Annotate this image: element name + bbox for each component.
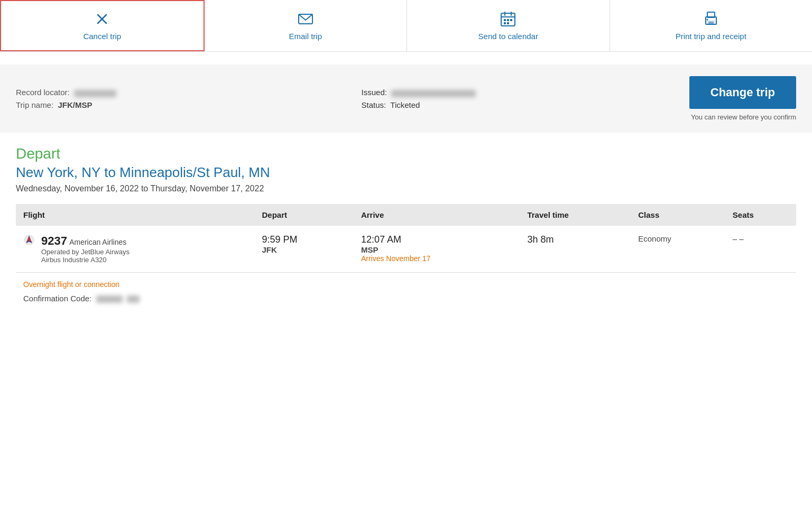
email-trip-label: Email trip xyxy=(289,32,322,41)
trip-name-row: Trip name: JFK/MSP xyxy=(16,100,116,109)
flight-table-body: 9237 American Airlines Operated by JetBl… xyxy=(16,226,796,273)
print-trip-button[interactable]: Print trip and receipt xyxy=(610,0,813,51)
trip-info-left: Record locator: Trip name: JFK/MSP xyxy=(16,88,116,109)
flight-table-header: Flight Depart Arrive Travel time Class S… xyxy=(16,204,796,226)
arrives-note: Arrives November 17 xyxy=(361,254,513,263)
class-value: Economy xyxy=(638,234,718,243)
col-depart: Depart xyxy=(254,204,353,226)
flight-operated: Operated by JetBlue Airways xyxy=(41,248,130,256)
depart-route: New York, NY to Minneapolis/St Paul, MN xyxy=(16,164,796,181)
flight-aircraft: Airbus Industrie A320 xyxy=(41,256,130,264)
depart-cell: 9:59 PM JFK xyxy=(254,226,353,273)
cancel-trip-button[interactable]: Cancel trip xyxy=(0,0,205,51)
depart-dates: Wednesday, November 16, 2022 to Thursday… xyxy=(16,184,796,193)
table-row: 9237 American Airlines Operated by JetBl… xyxy=(16,226,796,273)
arrive-cell: 12:07 AM MSP Arrives November 17 xyxy=(354,226,520,273)
trip-info-right: Change trip You can review before you co… xyxy=(689,76,796,121)
arrive-airport: MSP xyxy=(361,245,513,254)
flight-number: 9237 xyxy=(41,234,67,247)
overnight-note: Overnight flight or connection xyxy=(16,280,796,289)
class-cell: Economy xyxy=(631,226,725,273)
record-locator-label: Record locator: xyxy=(16,88,70,97)
confirmation-label: Confirmation Code: xyxy=(23,294,91,303)
flight-number-row: 9237 American Airlines xyxy=(41,234,130,248)
col-class: Class xyxy=(631,204,725,226)
arrive-time: 12:07 AM xyxy=(361,234,513,245)
flight-cell: 9237 American Airlines Operated by JetBl… xyxy=(16,226,254,273)
trip-info-middle: Issued: Status: Ticketed xyxy=(362,88,476,109)
email-trip-button[interactable]: Email trip xyxy=(205,0,408,51)
trip-name-value: JFK/MSP xyxy=(58,100,92,109)
confirmation-row: Confirmation Code: xyxy=(16,289,796,313)
action-bar: Cancel trip Email trip Send to calendar xyxy=(0,0,812,52)
svg-rect-9 xyxy=(510,19,512,21)
svg-point-15 xyxy=(706,19,708,21)
status-row: Status: Ticketed xyxy=(362,100,476,109)
calendar-icon xyxy=(500,11,516,27)
svg-rect-11 xyxy=(507,22,509,24)
depart-label: Depart xyxy=(16,145,796,162)
flight-info: 9237 American Airlines Operated by JetBl… xyxy=(41,234,130,264)
cancel-trip-label: Cancel trip xyxy=(83,32,121,41)
change-trip-button[interactable]: Change trip xyxy=(689,76,796,109)
issued-value xyxy=(391,90,476,97)
flight-table: Flight Depart Arrive Travel time Class S… xyxy=(16,204,796,273)
status-value: Ticketed xyxy=(390,100,420,109)
col-travel-time: Travel time xyxy=(520,204,631,226)
col-flight: Flight xyxy=(16,204,254,226)
record-locator-row: Record locator: xyxy=(16,88,116,97)
seats-cell: – – xyxy=(725,226,796,273)
flight-airline: American Airlines xyxy=(69,238,126,246)
depart-section: Depart New York, NY to Minneapolis/St Pa… xyxy=(0,133,812,313)
col-seats: Seats xyxy=(725,204,796,226)
email-icon xyxy=(297,11,314,27)
confirmation-value xyxy=(96,295,123,303)
travel-time-value: 3h 8m xyxy=(527,234,623,245)
issued-label: Issued: xyxy=(362,88,387,97)
trip-name-label: Trip name: xyxy=(16,100,53,109)
seats-value: – – xyxy=(733,234,789,243)
record-locator-value xyxy=(74,90,116,97)
change-trip-note: You can review before you confirm xyxy=(691,113,796,121)
depart-airport: JFK xyxy=(262,245,346,254)
aa-logo-icon xyxy=(23,234,35,246)
print-trip-label: Print trip and receipt xyxy=(676,32,746,41)
travel-time-cell: 3h 8m xyxy=(520,226,631,273)
svg-rect-8 xyxy=(507,19,509,21)
cancel-icon xyxy=(94,11,110,27)
svg-rect-7 xyxy=(504,19,506,21)
issued-row: Issued: xyxy=(362,88,476,97)
depart-time: 9:59 PM xyxy=(262,234,346,245)
status-label: Status: xyxy=(362,100,386,109)
print-icon xyxy=(703,11,719,27)
trip-info-section: Record locator: Trip name: JFK/MSP Issue… xyxy=(0,64,812,133)
send-to-calendar-button[interactable]: Send to calendar xyxy=(407,0,610,51)
send-to-calendar-label: Send to calendar xyxy=(478,32,538,41)
col-arrive: Arrive xyxy=(354,204,520,226)
flight-cell-inner: 9237 American Airlines Operated by JetBl… xyxy=(23,234,247,264)
confirmation-value-2 xyxy=(127,295,140,303)
svg-rect-10 xyxy=(504,22,506,24)
